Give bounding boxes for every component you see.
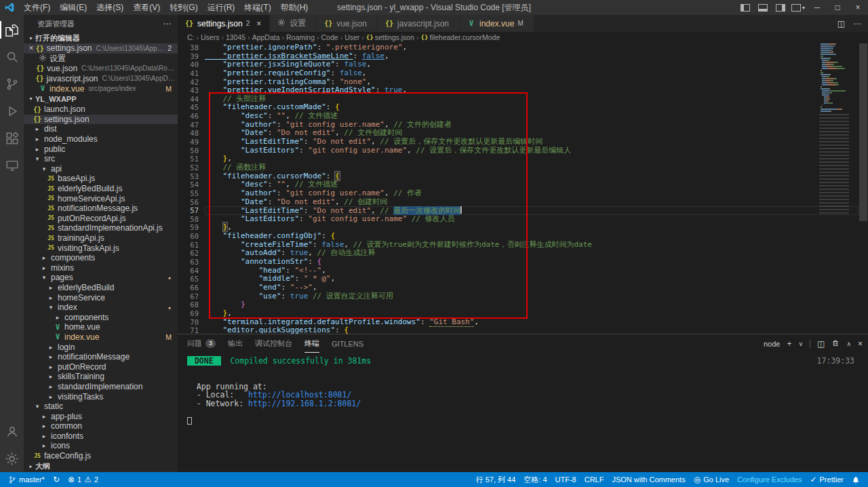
code-line-51[interactable]: 51 }, <box>178 155 859 163</box>
panel-tab-调试控制台[interactable]: 调试控制台 <box>255 334 292 353</box>
scrollbar-slider[interactable] <box>859 43 867 221</box>
toggle-sidebar-icon[interactable] <box>736 0 754 15</box>
tab-vue-json[interactable]: {}vue.json <box>317 15 378 32</box>
outline-header[interactable]: ▸ 大纲 <box>24 461 178 471</box>
panel-tab-问题[interactable]: 问题3 <box>187 334 216 353</box>
breadcrumb-settings-json[interactable]: {}settings.json <box>366 33 414 41</box>
file-trainingapi-js[interactable]: JStrainingApi.js <box>24 233 178 244</box>
menu-文件-f-[interactable]: 文件(F) <box>19 0 55 15</box>
breadcrumb-code[interactable]: Code <box>321 33 338 41</box>
file-visitingtaskapi-js[interactable]: JSvisitingTaskApi.js <box>24 243 178 253</box>
more-actions-icon[interactable]: ⋯ <box>853 19 861 28</box>
tab-javascript-json[interactable]: {}javascript.json <box>378 15 460 32</box>
file-home-vue[interactable]: Vhome.vue <box>24 322 178 332</box>
close-tab-icon[interactable]: × <box>254 19 263 28</box>
folder-skillstraining[interactable]: ▸skillsTraining <box>24 372 178 382</box>
editor[interactable]: 38 "prettier.ignorePath": ".prettierigno… <box>178 42 868 334</box>
status-go-live[interactable]: ◎Go Live <box>690 472 733 487</box>
file-settings-json[interactable]: {}settings.json <box>24 115 178 125</box>
folder-standardimplemenation[interactable]: ▸standardImplemenation <box>24 382 178 392</box>
split-editor-icon[interactable]: ◫ <box>837 19 845 28</box>
folder-elderlybedbuild[interactable]: ▸elderlyBedBuild <box>24 283 178 293</box>
code-line-71[interactable]: 71 "editor.quickSuggestions": { <box>178 326 859 334</box>
file-baseapi-js[interactable]: JSbaseApi.js <box>24 174 178 184</box>
toggle-panel-icon[interactable] <box>754 0 772 15</box>
folder-notificationmessage[interactable]: ▸notificationMessage <box>24 352 178 362</box>
folder-pages[interactable]: ▾pages● <box>24 273 178 283</box>
breadcrumb-users[interactable]: Users <box>201 33 219 41</box>
open-editor-vue-json[interactable]: {}vue.jsonC:\Users\13045\AppData\Roaming… <box>24 64 178 74</box>
run-debug-icon[interactable] <box>0 98 24 125</box>
open-editors-header[interactable]: ▾ 打开的编辑器 <box>24 33 178 43</box>
kill-terminal-icon[interactable] <box>831 338 840 349</box>
breadcrumb-roaming[interactable]: Roaming <box>286 33 315 41</box>
close-panel-icon[interactable]: × <box>858 339 863 349</box>
folder-public[interactable]: ▸public <box>24 144 178 154</box>
panel-tab-输出[interactable]: 输出 <box>228 334 243 353</box>
open-editor-设置[interactable]: 设置 <box>24 54 178 64</box>
terminal-profile-select[interactable]: node <box>764 340 780 348</box>
new-terminal-icon[interactable]: + <box>787 339 791 349</box>
maximize-button[interactable]: □ <box>827 0 848 15</box>
file-launch-json[interactable]: {}launch.json <box>24 104 178 115</box>
source-control-icon[interactable] <box>0 71 24 98</box>
folder-node-modules[interactable]: ▸node_modules <box>24 134 178 144</box>
breadcrumb-user[interactable]: User <box>344 33 359 41</box>
folder-api[interactable]: ▾api <box>24 164 178 174</box>
status-encoding[interactable]: UTF-8 <box>551 472 580 487</box>
breadcrumb-appdata[interactable]: AppData <box>252 33 280 41</box>
status-cursor-position[interactable]: 行 57, 列 44 <box>472 472 520 487</box>
folder-login[interactable]: ▸login <box>24 342 178 352</box>
folder-putonrecord[interactable]: ▸putOnRecord <box>24 362 178 372</box>
split-terminal-icon[interactable]: ◫ <box>817 339 825 349</box>
panel-tab-gitlens[interactable]: GITLENS <box>332 334 363 353</box>
remote-explorer-icon[interactable] <box>0 152 24 179</box>
folder-index[interactable]: ▾index● <box>24 303 178 313</box>
maximize-panel-icon[interactable]: ∧ <box>846 340 851 347</box>
account-icon[interactable] <box>0 418 24 445</box>
settings-gear-icon[interactable] <box>0 445 24 472</box>
menu-编辑-e-[interactable]: 编辑(E) <box>55 0 92 15</box>
status-notifications[interactable] <box>848 472 864 487</box>
folder-visitingtasks[interactable]: ▸visitingTasks <box>24 391 178 402</box>
extensions-icon[interactable] <box>0 125 24 152</box>
file-putonrecordapi-js[interactable]: JSputOnRecordApi.js <box>24 214 178 224</box>
menu-选择-s-[interactable]: 选择(S) <box>92 0 128 15</box>
status-eol[interactable]: CRLF <box>580 472 608 487</box>
close-editor-icon[interactable]: × <box>28 43 35 53</box>
customize-layout-icon[interactable]: ▾ <box>789 0 807 15</box>
menu-运行-r-[interactable]: 运行(R) <box>203 0 240 15</box>
minimize-button[interactable]: ─ <box>807 0 827 15</box>
status-problems[interactable]: ⊗1⚠2 <box>64 472 102 487</box>
workspace-header[interactable]: ▾ YL_WXAPP <box>24 94 178 104</box>
breadcrumb-13045[interactable]: 13045 <box>226 33 245 41</box>
folder-mixins[interactable]: ▸mixins <box>24 262 178 273</box>
folder-app-plus[interactable]: ▸app-plus <box>24 411 178 421</box>
folder-components[interactable]: ▸components <box>24 253 178 263</box>
status-configure-excludes[interactable]: Configure Excludes <box>733 472 806 487</box>
terminal-link[interactable]: http://192.168.1.2:8081/ <box>248 399 361 408</box>
file-notificationmessage-js[interactable]: JSnotificationMessage.js <box>24 203 178 214</box>
code-area[interactable]: 38 "prettier.ignorePath": ".prettierigno… <box>178 42 859 334</box>
close-button[interactable]: × <box>848 0 868 15</box>
code-line-67[interactable]: 67 "use": true // 设置自定义注释可用 <box>178 292 859 301</box>
file-elderlybedbuild-js[interactable]: JSelderlyBedBuild.js <box>24 184 178 194</box>
toggle-secondary-sidebar-icon[interactable] <box>772 0 789 15</box>
tab-index-vue[interactable]: Vindex.vueM <box>460 15 534 32</box>
folder-iconfonts[interactable]: ▸iconfonts <box>24 431 178 442</box>
status-git-branch[interactable]: master* <box>4 472 49 487</box>
open-editor-index-vue[interactable]: Vindex.vuesrc/pages/indexM <box>24 83 178 94</box>
code-line-68[interactable]: 68 } <box>178 300 859 309</box>
tab-设置[interactable]: 设置 <box>270 15 317 32</box>
open-editor-javascript-json[interactable]: {}javascript.jsonC:\Users\13045\AppData\… <box>24 73 178 83</box>
explorer-icon[interactable] <box>0 16 24 43</box>
file-index-vue[interactable]: Vindex.vueM <box>24 332 178 343</box>
code-line-58[interactable]: 58 "LastEditors": "git config user.name"… <box>178 215 859 224</box>
tab-settings-json[interactable]: {}settings.json2× <box>178 15 270 32</box>
terminal-dropdown-icon[interactable]: ∨ <box>798 340 803 347</box>
search-icon[interactable] <box>0 43 24 71</box>
folder-components[interactable]: ▸components <box>24 312 178 322</box>
sidebar-more-icon[interactable]: ⋯ <box>163 19 171 28</box>
menu-转到-g-[interactable]: 转到(G) <box>165 0 202 15</box>
editor-scrollbar[interactable] <box>859 42 868 334</box>
